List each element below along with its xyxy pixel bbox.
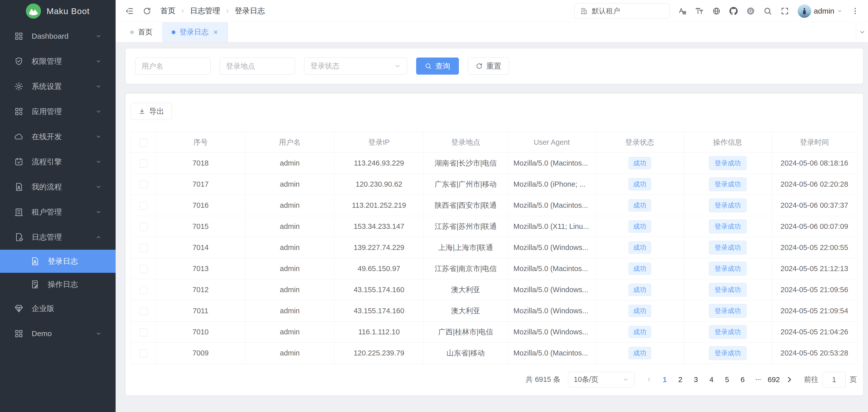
operation-badge[interactable]: 登录成功: [709, 304, 747, 318]
sidebar-item-workflow-engine[interactable]: 流程引擎: [0, 149, 116, 175]
gitee-button[interactable]: [746, 7, 755, 15]
sidebar-item-login-log[interactable]: 登录日志: [0, 250, 116, 273]
operation-badge[interactable]: 登录成功: [709, 346, 747, 360]
fullscreen-button[interactable]: [780, 7, 789, 15]
page-content: 登录状态 查询 重置 导出: [116, 42, 868, 412]
language-globe-button[interactable]: [712, 7, 721, 15]
breadcrumb-separator-icon: [180, 8, 185, 14]
sidebar-item-system-settings[interactable]: 系统设置: [0, 74, 116, 99]
operation-badge[interactable]: 登录成功: [709, 198, 747, 213]
row-checkbox[interactable]: [140, 202, 148, 210]
cell-login-status: 成功: [596, 258, 684, 279]
close-icon[interactable]: [213, 29, 219, 35]
row-checkbox-cell: [131, 343, 156, 364]
cell-login-time: 2024-05-05 20:53:28: [772, 343, 857, 364]
tab-home[interactable]: 首页: [121, 22, 162, 42]
cell-login-status: 成功: [596, 174, 684, 195]
cell-login-time: 2024-05-06 08:18:16: [772, 153, 857, 174]
page-button-last[interactable]: 692: [767, 372, 780, 387]
page-button-5[interactable]: 5: [720, 372, 734, 387]
goto-page-input[interactable]: [823, 372, 846, 387]
cell-login-time: 2024-05-05 21:04:26: [772, 322, 857, 343]
page-button-2[interactable]: 2: [674, 372, 687, 387]
login-location-field[interactable]: [220, 58, 295, 74]
breadcrumb-separator-icon: [225, 8, 230, 14]
more-pages-button[interactable]: [752, 372, 765, 387]
document-user-icon: [14, 182, 24, 192]
sidebar-item-app-management[interactable]: 应用管理: [0, 99, 116, 124]
table-row: 7016 admin 113.201.252.219 陕西省|西安市|联通 Mo…: [131, 195, 857, 216]
avatar: [798, 4, 811, 18]
sidebar-item-log-management[interactable]: 日志管理: [0, 225, 116, 250]
cell-serial-no: 7017: [156, 174, 245, 195]
operation-badge[interactable]: 登录成功: [709, 156, 747, 170]
row-checkbox[interactable]: [140, 349, 148, 357]
tab-login-log[interactable]: 登录日志: [162, 22, 228, 42]
operation-badge[interactable]: 登录成功: [709, 241, 747, 255]
next-page-button[interactable]: [783, 372, 796, 387]
tab-label: 登录日志: [180, 27, 209, 37]
building-icon: [14, 207, 24, 217]
row-checkbox[interactable]: [140, 328, 148, 337]
sidebar-item-demo[interactable]: Demo: [0, 321, 116, 346]
row-checkbox[interactable]: [140, 307, 148, 315]
row-checkbox[interactable]: [140, 160, 148, 167]
login-status-select[interactable]: 登录状态: [304, 58, 407, 74]
query-button[interactable]: 查询: [416, 58, 459, 74]
sidebar-item-my-workflow[interactable]: 我的流程: [0, 175, 116, 199]
sidebar-item-label: 租户管理: [32, 207, 62, 217]
cell-login-location: 山东省|移动: [424, 343, 508, 364]
tabs-options-button[interactable]: [856, 22, 868, 42]
table-row: 7018 admin 113.246.93.229 湖南省|长沙市|电信 Moz…: [131, 153, 857, 174]
row-checkbox[interactable]: [140, 286, 148, 294]
username-field[interactable]: [135, 58, 211, 74]
select-all-checkbox[interactable]: [140, 139, 148, 147]
cell-login-ip: 49.65.150.97: [335, 258, 424, 279]
page-size-select[interactable]: 10条/页: [568, 372, 634, 387]
export-button[interactable]: 导出: [131, 103, 172, 120]
cell-operation-info: 登录成功: [684, 258, 772, 279]
breadcrumb-home[interactable]: 首页: [160, 6, 176, 16]
search-icon: [425, 63, 432, 70]
row-checkbox[interactable]: [140, 244, 148, 252]
sidebar-item-online-dev[interactable]: 在线开发: [0, 124, 116, 149]
sidebar-item-permissions[interactable]: 权限管理: [0, 49, 116, 74]
search-button[interactable]: [764, 7, 772, 15]
operation-badge[interactable]: 登录成功: [709, 283, 747, 297]
operation-badge[interactable]: 登录成功: [709, 177, 747, 191]
page-button-4[interactable]: 4: [705, 372, 718, 387]
cell-serial-no: 7016: [156, 195, 245, 216]
refresh-button[interactable]: [143, 7, 151, 15]
row-checkbox[interactable]: [140, 223, 148, 231]
cell-login-location: 陕西省|西安市|联通: [424, 195, 508, 216]
reset-button[interactable]: 重置: [468, 58, 509, 74]
sidebar-item-operation-log[interactable]: 操作日志: [0, 273, 116, 296]
github-button[interactable]: [729, 7, 738, 15]
user-menu[interactable]: admin: [798, 4, 842, 18]
page-button-3[interactable]: 3: [689, 372, 703, 387]
operation-badge[interactable]: 登录成功: [709, 220, 747, 234]
status-badge: 成功: [628, 326, 651, 339]
row-checkbox[interactable]: [140, 181, 148, 189]
tenant-select[interactable]: 默认租户: [575, 3, 670, 19]
cell-user-agent: Mozilla/5.0 (Windows...: [508, 279, 596, 300]
table-header-row: 序号 用户名 登录IP 登录地点 User Agent 登录状态 操作信息 登录…: [131, 132, 857, 153]
collapse-sidebar-button[interactable]: [125, 7, 134, 15]
sidebar-item-enterprise[interactable]: 企业版: [0, 296, 116, 321]
operation-badge[interactable]: 登录成功: [709, 262, 747, 276]
sidebar-item-dashboard[interactable]: Dashboard: [0, 24, 116, 49]
operation-badge[interactable]: 登录成功: [709, 325, 747, 339]
sidebar-item-tenant-management[interactable]: 租户管理: [0, 199, 116, 225]
cell-serial-no: 7011: [156, 300, 245, 322]
goto-label: 前往: [804, 375, 818, 385]
breadcrumb-log-management[interactable]: 日志管理: [190, 6, 220, 16]
row-checkbox-cell: [131, 237, 156, 258]
settings-kebab-button[interactable]: [851, 7, 860, 15]
row-checkbox[interactable]: [140, 265, 148, 273]
prev-page-button[interactable]: [643, 372, 656, 387]
login-log-table: 序号 用户名 登录IP 登录地点 User Agent 登录状态 操作信息 登录…: [131, 132, 857, 364]
translate-button[interactable]: [678, 7, 687, 15]
font-size-button[interactable]: [695, 7, 704, 15]
page-button-1[interactable]: 1: [658, 372, 671, 387]
page-button-6[interactable]: 6: [736, 372, 749, 387]
